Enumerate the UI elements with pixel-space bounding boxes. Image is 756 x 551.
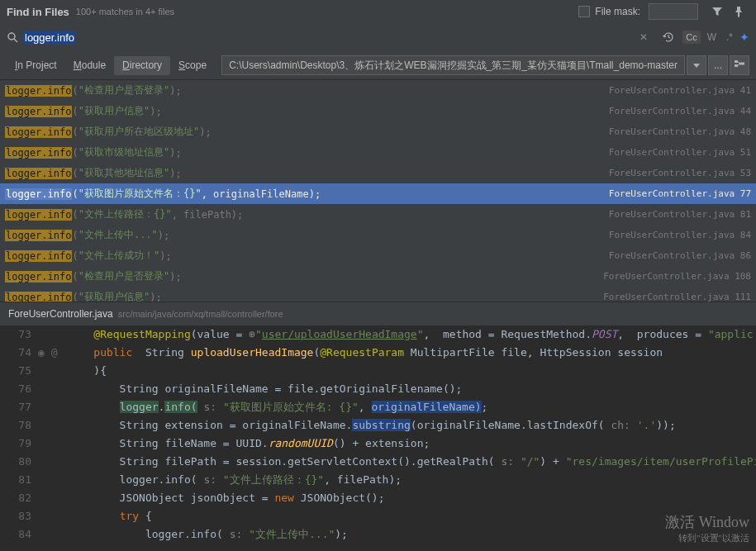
case-sensitive-toggle[interactable]: Cc: [682, 31, 700, 44]
star-icon[interactable]: ✦: [739, 31, 749, 44]
code-line: 81 logger.info( s: "文件上传路径：{}", filePath…: [0, 471, 756, 489]
browse-button[interactable]: ...: [708, 55, 728, 75]
svg-line-1: [14, 39, 17, 42]
svg-rect-4: [739, 63, 744, 65]
search-input[interactable]: logger.info: [23, 31, 633, 44]
code-line: 74◉ @ public String uploadUserHeadImage(…: [0, 344, 756, 362]
file-mask-input[interactable]: [649, 3, 698, 20]
path-dropdown[interactable]: [687, 55, 706, 75]
code-line: 76 String originalFileName = file.getOri…: [0, 380, 756, 398]
code-line: 82 JSONObject jsonObject = new JSONObjec…: [0, 489, 756, 507]
result-row[interactable]: logger.info("检查用户是否登录");ForeUserControll…: [0, 266, 756, 287]
code-line: 80 String filePath = session.getServletC…: [0, 453, 756, 471]
search-icon: [7, 31, 18, 43]
result-row[interactable]: logger.info("检查用户是否登录");ForeUserControll…: [0, 80, 756, 101]
result-row[interactable]: logger.info("获取市级地址信息");ForeUserControll…: [0, 142, 756, 163]
result-row[interactable]: logger.info("获取用户信息");ForeUserController…: [0, 101, 756, 121]
code-line: 75 ){: [0, 362, 756, 380]
code-line: 78 String extension = originalFileName.s…: [0, 416, 756, 435]
svg-line-5: [738, 62, 739, 64]
preview-header: ForeUserController.java src/main/java/co…: [0, 302, 756, 325]
clear-icon[interactable]: ✕: [635, 28, 653, 46]
filter-icon[interactable]: [708, 2, 726, 21]
result-row[interactable]: logger.info("获取其他地址信息");ForeUserControll…: [0, 163, 756, 183]
preview-filename: ForeUserController.java: [8, 308, 113, 320]
result-row[interactable]: logger.info("获取图片原始文件名：{}", originalFile…: [0, 183, 756, 204]
result-row[interactable]: logger.info("获取用户所在地区级地址");ForeUserContr…: [0, 121, 756, 142]
regex-toggle[interactable]: .*: [723, 31, 736, 43]
file-mask-checkbox[interactable]: [578, 6, 590, 17]
history-icon[interactable]: [659, 28, 678, 46]
match-count: 100+ matches in 4+ files: [76, 7, 174, 17]
scope-tab-scope[interactable]: Scope: [170, 56, 215, 75]
code-line: 83 try {: [0, 507, 756, 525]
results-list[interactable]: logger.info("检查用户是否登录");ForeUserControll…: [0, 79, 756, 302]
dialog-header: Find in Files 100+ matches in 4+ files F…: [0, 0, 756, 23]
result-row[interactable]: logger.info("文件上传路径：{}", filePath);ForeU…: [0, 204, 756, 225]
file-mask-label: File mask:: [595, 6, 640, 17]
svg-rect-2: [735, 60, 738, 63]
result-row[interactable]: logger.info("文件上传中...");ForeUserControll…: [0, 225, 756, 245]
scope-row: In ProjectModuleDirectoryScope C:\Users\…: [0, 51, 756, 79]
dialog-title: Find in Files: [7, 6, 69, 18]
svg-point-0: [8, 33, 15, 40]
directory-path[interactable]: C:\Users\admin\Desktop\3、炼石计划之WEB漏洞挖掘实战_…: [221, 55, 685, 75]
pin-icon[interactable]: [730, 2, 748, 21]
result-row[interactable]: logger.info("获取用户信息");ForeUserController…: [0, 287, 756, 302]
code-line: 77 logger.info( s: "获取图片原始文件名: {}", orig…: [0, 398, 756, 416]
code-line: 73 @RequestMapping(value = ⊕"user/upload…: [0, 325, 756, 344]
scope-tab-in-project[interactable]: In Project: [7, 56, 65, 75]
code-line: 79 String fileName = UUID.randomUUID() +…: [0, 435, 756, 453]
words-toggle[interactable]: W: [704, 31, 720, 43]
code-line: 84 logger.info( s: "文件上传中...");: [0, 525, 756, 544]
preview-filepath: src/main/java/com/xq/tmall/controller/fo…: [118, 309, 283, 319]
search-bar: logger.info ✕ Cc W .* ✦: [0, 23, 756, 51]
svg-line-6: [738, 64, 739, 66]
result-row[interactable]: logger.info("文件上传成功！");ForeUserControlle…: [0, 245, 756, 266]
scope-tab-directory[interactable]: Directory: [114, 56, 170, 75]
tree-button[interactable]: [730, 55, 749, 75]
scope-tab-module[interactable]: Module: [65, 56, 114, 75]
code-preview[interactable]: 73 @RequestMapping(value = ⊕"user/upload…: [0, 325, 756, 551]
svg-rect-3: [735, 64, 738, 67]
